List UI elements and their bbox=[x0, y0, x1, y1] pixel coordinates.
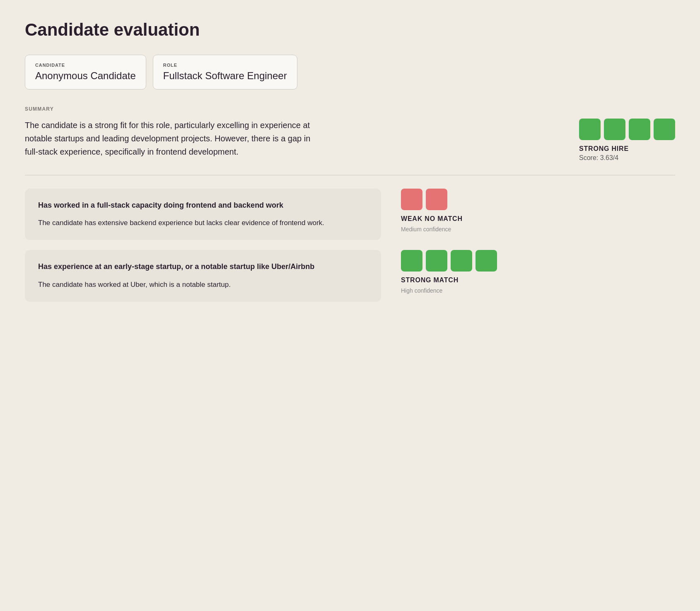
criteria-row: Has experience at an early-stage startup… bbox=[25, 250, 675, 301]
candidate-card-value: Anonymous Candidate bbox=[35, 70, 136, 82]
criteria-description: The candidate has extensive backend expe… bbox=[38, 217, 368, 228]
summary-score-label: STRONG HIRE bbox=[579, 145, 629, 153]
criteria-score-widget: WEAK NO MATCHMedium confidence bbox=[401, 189, 484, 233]
score-square bbox=[451, 250, 472, 272]
summary-score-squares bbox=[579, 119, 675, 140]
score-square bbox=[401, 250, 422, 272]
criteria-score-squares bbox=[401, 250, 497, 272]
score-square bbox=[629, 119, 650, 140]
criteria-score-squares bbox=[401, 189, 447, 210]
criteria-card: Has worked in a full-stack capacity doin… bbox=[25, 189, 381, 240]
role-card: ROLE Fullstack Software Engineer bbox=[153, 55, 297, 90]
criteria-card: Has experience at an early-stage startup… bbox=[25, 250, 381, 301]
role-card-value: Fullstack Software Engineer bbox=[163, 70, 287, 82]
criteria-title: Has worked in a full-stack capacity doin… bbox=[38, 200, 368, 211]
criteria-score-widget: STRONG MATCHHigh confidence bbox=[401, 250, 497, 294]
criteria-row: Has worked in a full-stack capacity doin… bbox=[25, 189, 675, 240]
info-cards: CANDIDATE Anonymous Candidate ROLE Fulls… bbox=[25, 55, 675, 90]
candidate-card: CANDIDATE Anonymous Candidate bbox=[25, 55, 146, 90]
criteria-confidence-label: Medium confidence bbox=[401, 226, 451, 233]
criteria-description: The candidate has worked at Uber, which … bbox=[38, 279, 368, 290]
score-square bbox=[401, 189, 422, 210]
criteria-confidence-label: High confidence bbox=[401, 287, 442, 294]
score-square bbox=[476, 250, 497, 272]
role-card-label: ROLE bbox=[163, 63, 287, 68]
criteria-score-label: STRONG MATCH bbox=[401, 276, 459, 284]
score-square bbox=[426, 250, 447, 272]
summary-section-label: SUMMARY bbox=[25, 106, 675, 112]
section-divider bbox=[25, 175, 675, 175]
score-square bbox=[426, 189, 447, 210]
score-square bbox=[579, 119, 601, 140]
summary-section: SUMMARY The candidate is a strong fit fo… bbox=[25, 106, 675, 162]
page-title: Candidate evaluation bbox=[25, 20, 675, 40]
criteria-section: Has worked in a full-stack capacity doin… bbox=[25, 189, 675, 302]
score-square bbox=[654, 119, 675, 140]
summary-score-value: Score: 3.63/4 bbox=[579, 154, 618, 162]
criteria-score-label: WEAK NO MATCH bbox=[401, 215, 463, 223]
criteria-title: Has experience at an early-stage startup… bbox=[38, 262, 368, 272]
summary-score-widget: STRONG HIRE Score: 3.63/4 bbox=[579, 119, 675, 162]
score-square bbox=[604, 119, 625, 140]
summary-text: The candidate is a strong fit for this r… bbox=[25, 119, 315, 158]
summary-content: The candidate is a strong fit for this r… bbox=[25, 119, 675, 162]
candidate-card-label: CANDIDATE bbox=[35, 63, 136, 68]
